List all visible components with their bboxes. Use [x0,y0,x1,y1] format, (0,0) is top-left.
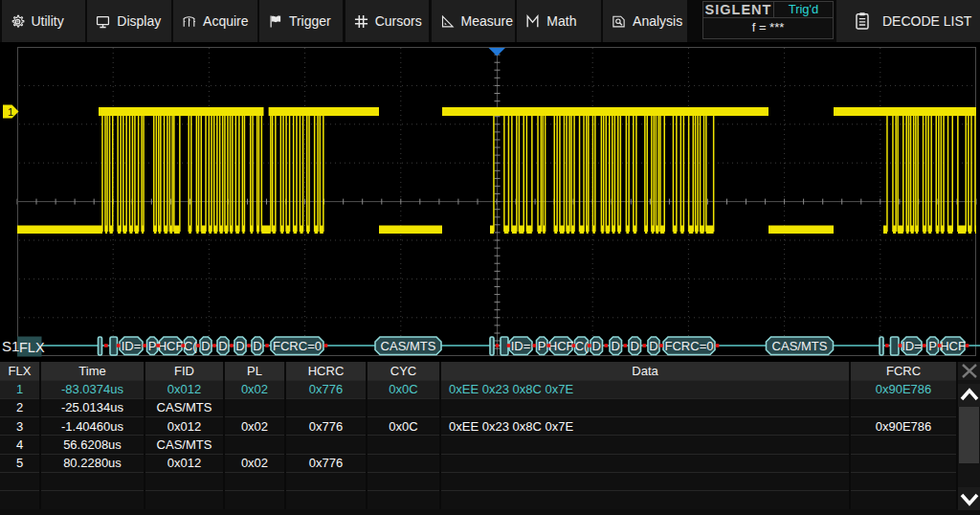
svg-text:D: D [631,339,639,353]
svg-text:HCF: HCF [158,339,184,353]
svg-text:D: D [201,339,210,353]
svg-text:D: D [649,339,657,353]
svg-text:P: P [148,339,157,353]
svg-text:C(: C( [575,339,589,353]
svg-text:FCRC=0: FCRC=0 [665,339,714,353]
svg-text:ID=: ID= [122,339,142,353]
svg-text:FLX: FLX [19,340,45,355]
svg-text:C(: C( [184,339,197,353]
svg-text:D: D [235,339,244,353]
svg-text:HCF: HCF [940,339,966,353]
svg-text:ID=: ID= [902,339,922,353]
svg-text:HCF: HCF [548,339,574,353]
svg-text:D: D [592,339,601,353]
svg-text:P: P [538,339,546,353]
svg-text:FCRC=0: FCRC=0 [273,339,322,353]
svg-text:D: D [253,339,261,353]
svg-text:1: 1 [8,106,13,118]
svg-text:D: D [218,339,227,353]
svg-text:P: P [928,339,937,353]
svg-text:CAS/MTS: CAS/MTS [381,339,436,353]
svg-text:D: D [612,339,620,353]
svg-text:ID=: ID= [511,339,531,353]
svg-text:S1: S1 [2,338,19,354]
svg-text:CAS/MTS: CAS/MTS [772,339,828,353]
